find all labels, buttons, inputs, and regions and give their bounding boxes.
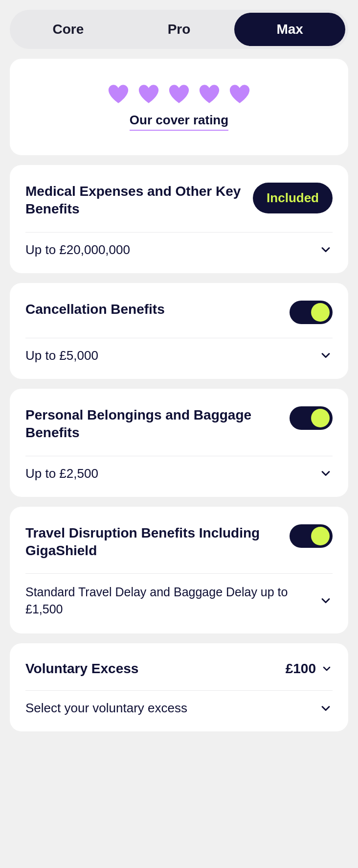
heart-5-icon: [228, 83, 251, 105]
rating-section: Our cover rating: [10, 59, 348, 155]
heart-2-icon: [137, 83, 160, 105]
cover-rating-label: Our cover rating: [130, 113, 228, 131]
toggle-switch-belongings[interactable]: [290, 406, 333, 430]
chevron-down-icon-belongings[interactable]: [319, 467, 333, 480]
excess-value: £100: [286, 661, 316, 677]
phone-container: Core Pro Max: [0, 0, 358, 868]
benefit-footer-belongings: Up to £2,500: [25, 456, 333, 481]
chevron-down-icon-medical[interactable]: [319, 243, 333, 257]
benefit-title-belongings: Personal Belongings and Baggage Benefits: [25, 406, 282, 442]
toggle-switch-disruption[interactable]: [290, 524, 333, 548]
toggle-knob-disruption: [311, 527, 330, 545]
benefit-card-belongings: Personal Belongings and Baggage Benefits…: [10, 389, 348, 497]
hearts-row: [107, 83, 251, 105]
benefit-card-cancellation: Cancellation Benefits Up to £5,000: [10, 283, 348, 379]
benefit-header-cancellation: Cancellation Benefits: [25, 301, 333, 324]
benefit-header-disruption: Travel Disruption Benefits Including Gig…: [25, 524, 333, 560]
excess-chevron-icon: [321, 663, 333, 675]
excess-footer: Select your voluntary excess: [25, 690, 333, 716]
benefit-footer-disruption: Standard Travel Delay and Baggage Delay …: [25, 573, 333, 618]
heart-3-icon: [167, 83, 191, 105]
excess-title: Voluntary Excess: [25, 661, 138, 677]
benefit-header-medical: Medical Expenses and Other Key Benefits …: [25, 183, 333, 218]
heart-4-icon: [198, 83, 221, 105]
chevron-down-icon-excess[interactable]: [319, 702, 333, 715]
tab-core[interactable]: Core: [13, 13, 124, 46]
tab-pro[interactable]: Pro: [124, 13, 235, 46]
benefit-amount-disruption: Standard Travel Delay and Baggage Delay …: [25, 584, 313, 618]
benefit-title-cancellation: Cancellation Benefits: [25, 301, 282, 318]
chevron-down-icon-disruption[interactable]: [319, 594, 333, 608]
benefit-amount-medical: Up to £20,000,000: [25, 242, 130, 258]
excess-header: Voluntary Excess £100: [25, 661, 333, 677]
benefit-card-medical: Medical Expenses and Other Key Benefits …: [10, 165, 348, 273]
included-badge[interactable]: Included: [253, 183, 333, 213]
benefit-title-medical: Medical Expenses and Other Key Benefits: [25, 183, 245, 218]
tab-max[interactable]: Max: [234, 13, 345, 46]
benefit-footer-cancellation: Up to £5,000: [25, 338, 333, 363]
tab-selector: Core Pro Max: [10, 10, 348, 49]
toggle-knob-cancellation: [311, 303, 330, 322]
heart-1-icon: [107, 83, 130, 105]
chevron-down-icon-cancellation[interactable]: [319, 349, 333, 362]
benefit-amount-cancellation: Up to £5,000: [25, 348, 98, 363]
benefit-card-disruption: Travel Disruption Benefits Including Gig…: [10, 507, 348, 634]
excess-card: Voluntary Excess £100 Select your volunt…: [10, 643, 348, 731]
toggle-knob-belongings: [311, 409, 330, 427]
benefit-amount-belongings: Up to £2,500: [25, 466, 98, 481]
benefit-footer-medical: Up to £20,000,000: [25, 232, 333, 258]
benefit-header-belongings: Personal Belongings and Baggage Benefits: [25, 406, 333, 442]
benefit-title-disruption: Travel Disruption Benefits Including Gig…: [25, 524, 282, 560]
excess-value-row[interactable]: £100: [286, 661, 333, 677]
excess-sub-label: Select your voluntary excess: [25, 701, 187, 716]
toggle-switch-cancellation[interactable]: [290, 301, 333, 324]
